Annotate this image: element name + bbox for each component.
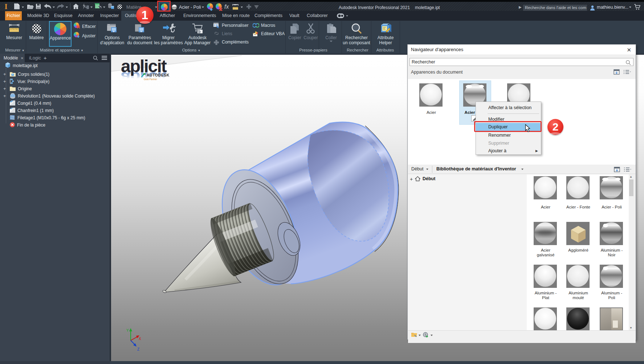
svg-text:X: X [139,337,141,341]
svg-text:Y: Y [126,328,129,332]
svg-text:Z: Z [137,347,139,351]
